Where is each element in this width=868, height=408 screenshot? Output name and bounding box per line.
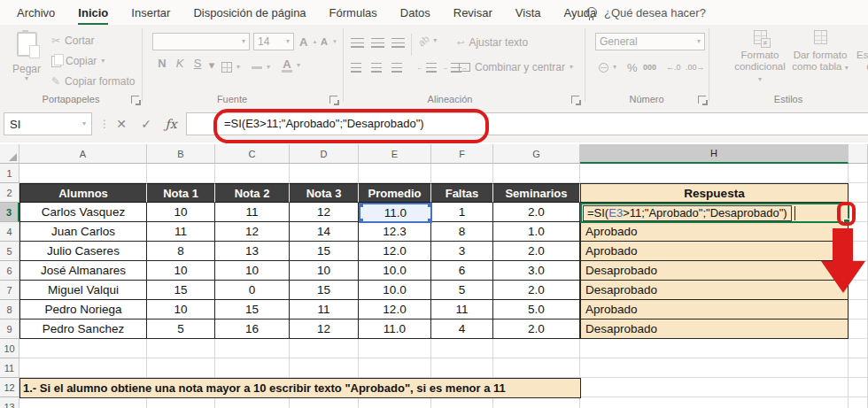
cell-C3[interactable]: 11 [215, 203, 290, 222]
comma-style-button[interactable]: 000 [643, 58, 656, 76]
cell-F9[interactable]: 4 [431, 319, 493, 339]
align-middle-button[interactable] [371, 34, 384, 51]
cell-A10[interactable] [19, 339, 147, 358]
cell-D5[interactable]: 15 [290, 242, 359, 261]
cell-G13[interactable] [493, 397, 580, 408]
cell-H4[interactable]: Aprobado [580, 222, 849, 242]
cell-A6[interactable]: José Almanares [19, 261, 147, 281]
paste-button[interactable]: Pegar ▾ [7, 30, 46, 92]
cell-C11[interactable] [215, 358, 290, 378]
row-header-7[interactable]: 7 [0, 281, 19, 300]
row-header-11[interactable]: 11 [0, 358, 19, 378]
cell-I8[interactable] [849, 300, 868, 319]
row-header-13[interactable]: 13 [0, 397, 19, 408]
cell-I10[interactable] [849, 339, 868, 358]
cell-E7[interactable]: 10.0 [359, 281, 431, 300]
cell-F2[interactable]: Faltas [431, 183, 493, 203]
cell-H11[interactable] [580, 358, 849, 378]
cell-E9[interactable]: 11.0 [359, 319, 431, 339]
cell-I12[interactable] [849, 378, 868, 397]
format-painter-button[interactable]: ✎ Copiar formato [51, 73, 135, 90]
italic-button[interactable]: K [172, 57, 188, 70]
copy-button[interactable]: Copiar ▾ [51, 52, 105, 70]
increase-font-button[interactable]: A▲ [299, 33, 317, 50]
cut-button[interactable]: ✂ Cortar [51, 32, 94, 50]
cell-C6[interactable]: 10 [215, 261, 290, 281]
column-header-H[interactable]: H [580, 144, 849, 164]
cell-F7[interactable]: 5 [431, 281, 493, 300]
align-top-button[interactable] [351, 34, 364, 51]
cell-C10[interactable] [215, 339, 290, 358]
cell-I13[interactable] [849, 397, 868, 408]
cell-B3[interactable]: 10 [147, 203, 215, 222]
align-right-button[interactable] [391, 58, 402, 76]
row-header-9[interactable]: 9 [0, 319, 19, 339]
cell-H9[interactable]: Desaprobado [580, 319, 849, 339]
tell-me-search[interactable]: ¿Qué desea hacer? [586, 0, 706, 25]
cell-C1[interactable] [215, 164, 290, 183]
cell-C13[interactable] [215, 397, 290, 408]
font-color-button[interactable]: A ▾ [282, 57, 300, 74]
cell-D1[interactable] [290, 164, 359, 183]
cell-A5[interactable]: Julio Caseres [19, 242, 147, 261]
cell-B7[interactable]: 15 [147, 281, 215, 300]
cell-G5[interactable]: 2.0 [493, 242, 580, 261]
cell-B11[interactable] [147, 358, 215, 378]
cell-B2[interactable]: Nota 1 [147, 183, 215, 203]
align-bottom-button[interactable] [391, 34, 405, 51]
cell-A13[interactable] [19, 397, 147, 408]
orientation-button[interactable]: ab ▾ [418, 32, 437, 50]
row-header-6[interactable]: 6 [0, 261, 19, 281]
cell-F1[interactable] [431, 164, 493, 183]
cell-A3[interactable]: Carlos Vasquez [19, 203, 147, 222]
row-header-8[interactable]: 8 [0, 300, 19, 319]
cell-I1[interactable] [849, 164, 868, 183]
tab-vista[interactable]: Vista [504, 1, 553, 25]
cell-A11[interactable] [19, 358, 147, 378]
cell-H8[interactable]: Aprobado [580, 300, 849, 319]
cell-H5[interactable]: Aprobado [580, 242, 849, 261]
bold-button[interactable]: N [154, 57, 170, 70]
tab-revisar[interactable]: Revisar [442, 1, 504, 25]
cell-E11[interactable] [359, 358, 431, 378]
cell-B8[interactable]: 10 [147, 300, 215, 319]
tab-archivo[interactable]: Archivo [5, 1, 66, 25]
cell-F13[interactable] [431, 397, 493, 408]
cell-F10[interactable] [431, 339, 493, 358]
cell-E10[interactable] [359, 339, 431, 358]
cell-C7[interactable]: 0 [215, 281, 290, 300]
cell-I9[interactable] [849, 319, 868, 339]
column-header-D[interactable]: D [290, 144, 359, 164]
cell-A9[interactable]: Pedro Sanchez [19, 319, 147, 339]
name-box[interactable]: SI ▾ [4, 112, 92, 135]
column-header[interactable] [849, 144, 868, 164]
column-header-A[interactable]: A [19, 144, 147, 164]
cell-D4[interactable]: 14 [290, 222, 359, 242]
cell-D9[interactable]: 12 [290, 319, 359, 339]
wrap-text-button[interactable]: ↩ Ajustar texto [457, 34, 528, 51]
enter-button[interactable]: ✓ [136, 112, 156, 135]
row-header-10[interactable]: 10 [0, 339, 19, 358]
cell-I2[interactable] [849, 183, 868, 203]
row-header-3[interactable]: 3 [0, 203, 19, 222]
cell-G10[interactable] [493, 339, 580, 358]
cell-H7[interactable]: Desaprobado [580, 281, 849, 300]
cell-E3-reference-highlight[interactable]: 11.0 [359, 203, 432, 223]
cell-D10[interactable] [290, 339, 359, 358]
formula-input[interactable]: =SI(E3>11;"Aprobado";"Desaprobado") [186, 112, 868, 135]
cell-F11[interactable] [431, 358, 493, 378]
clipboard-dialog-launcher-icon[interactable] [131, 96, 139, 104]
cell-B13[interactable] [147, 397, 215, 408]
tab-f-rmulas[interactable]: Fórmulas [318, 1, 389, 25]
fill-color-button[interactable]: ▾ [252, 58, 270, 76]
cell-B4[interactable]: 11 [147, 222, 215, 242]
number-format-combo[interactable]: General ▾ [595, 33, 705, 50]
cell-B1[interactable] [147, 164, 215, 183]
cell-H3-editing[interactable]: =SI(E3>11;"Aprobado";"Desaprobado") [580, 203, 849, 223]
worksheet-grid[interactable]: ABCDEFGH12345678910111213AlumnosNota 1No… [0, 144, 868, 408]
cell-E8[interactable]: 12.0 [359, 300, 431, 319]
borders-button[interactable]: ▾ [221, 58, 240, 76]
column-header-F[interactable]: F [431, 144, 493, 164]
cell-B6[interactable]: 10 [147, 261, 215, 281]
cell-G11[interactable] [493, 358, 580, 378]
